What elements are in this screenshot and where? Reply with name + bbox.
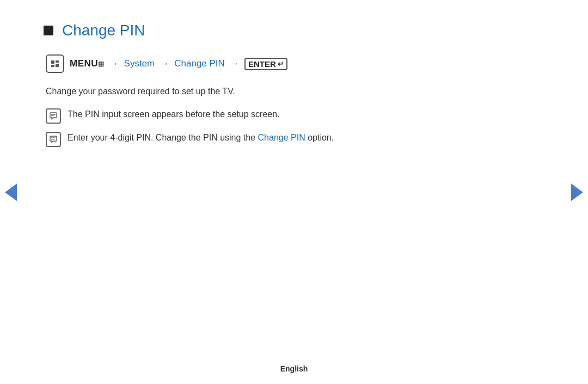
note-icon-2 — [46, 132, 61, 147]
svg-rect-3 — [56, 64, 59, 67]
footer-language: English — [280, 364, 308, 373]
description-text: Change your password required to set up … — [46, 85, 544, 98]
menu-label: MENU⊞ — [70, 58, 105, 69]
menu-path-row: MENU⊞ → System → Change PIN → ENTER↵ — [46, 54, 544, 73]
arrow-2: → — [160, 59, 169, 69]
note-icon-1 — [46, 108, 61, 124]
section-title-row: Change PIN — [44, 22, 544, 39]
main-content: Change PIN MENU⊞ → System → Change PIN →… — [0, 0, 588, 147]
nav-previous-button[interactable] — [0, 176, 22, 209]
nav-left-arrow-icon — [5, 184, 17, 201]
system-link: System — [124, 58, 155, 69]
note-2-after: option. — [305, 133, 334, 142]
note-row-1: The PIN input screen appears before the … — [46, 108, 544, 124]
enter-button-label: ENTER↵ — [244, 58, 287, 70]
arrow-3: → — [230, 59, 239, 69]
note-text-1: The PIN input screen appears before the … — [68, 108, 280, 121]
note-text-2: Enter your 4-digit PIN. Change the PIN u… — [68, 131, 334, 144]
note-row-2: Enter your 4-digit PIN. Change the PIN u… — [46, 131, 544, 147]
arrow-1: → — [110, 59, 119, 69]
enter-text: ENTER — [248, 59, 276, 69]
nav-next-button[interactable] — [566, 176, 588, 209]
note-2-link: Change PIN — [258, 133, 305, 142]
svg-rect-0 — [51, 60, 54, 64]
svg-rect-2 — [56, 60, 59, 63]
menu-icon — [46, 54, 64, 73]
enter-arrow-icon: ↵ — [278, 60, 284, 68]
change-pin-link: Change PIN — [174, 58, 225, 69]
nav-right-arrow-icon — [571, 184, 583, 201]
note-2-before: Enter your 4-digit PIN. Change the PIN u… — [68, 133, 258, 142]
section-bullet — [44, 26, 53, 35]
svg-rect-1 — [51, 65, 54, 67]
section-title: Change PIN — [62, 22, 145, 39]
